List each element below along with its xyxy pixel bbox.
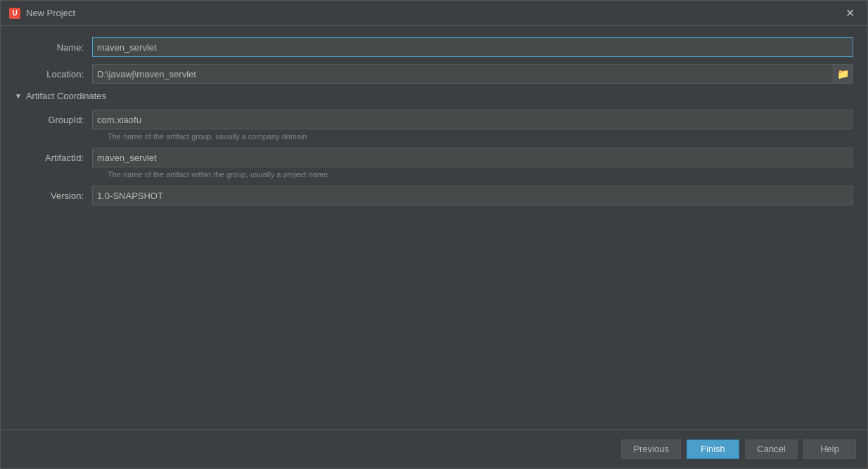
location-input[interactable] [92,64,834,84]
artifactid-row: ArtifactId: [15,148,853,167]
groupid-row: GroupId: [15,110,853,129]
app-icon: U [9,8,20,19]
location-label: Location: [15,69,92,79]
groupid-hint: The name of the artifact group, usually … [108,132,853,141]
name-label: Name: [15,42,92,53]
version-row: Version: [15,186,853,205]
artifactid-label: ArtifactId: [29,153,92,163]
dialog-footer: Previous Finish Cancel Help [1,429,867,468]
finish-button[interactable]: Finish [687,439,739,459]
title-bar: U New Project ✕ [1,1,867,26]
name-input[interactable] [92,37,853,57]
collapse-triangle[interactable]: ▼ [15,92,22,100]
version-input[interactable] [92,186,853,205]
help-button[interactable]: Help [803,439,856,459]
folder-icon: 📁 [837,68,849,79]
dialog-content: Name: Location: 📁 ▼ Artifact Coordinates… [1,26,867,429]
previous-button[interactable]: Previous [621,439,681,459]
browse-button[interactable]: 📁 [834,64,853,84]
artifact-coordinates-section: ▼ Artifact Coordinates [15,91,853,101]
location-row: Location: 📁 [15,64,853,84]
artifactid-input[interactable] [92,148,853,167]
close-button[interactable]: ✕ [841,6,859,20]
new-project-dialog: U New Project ✕ Name: Location: 📁 ▼ Arti… [0,0,868,469]
location-input-group: 📁 [92,64,853,84]
artifactid-hint: The name of the artifact within the grou… [108,170,853,179]
version-label: Version: [29,191,92,201]
cancel-button[interactable]: Cancel [745,439,798,459]
name-row: Name: [15,37,853,57]
dialog-title: New Project [26,8,841,18]
artifact-coordinates-label: Artifact Coordinates [26,91,106,101]
groupid-input[interactable] [92,110,853,129]
groupid-label: GroupId: [29,115,92,125]
